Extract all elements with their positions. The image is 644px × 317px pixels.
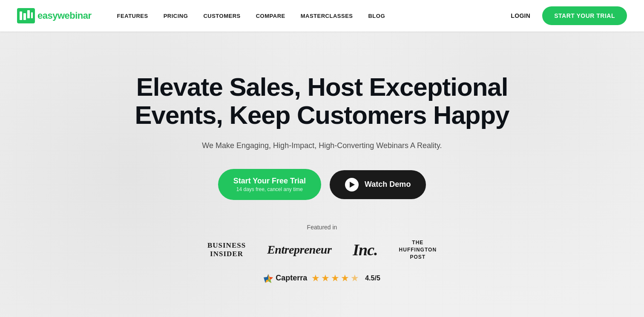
logo-icon — [17, 8, 35, 23]
entrepreneur-logo: Entrepreneur — [267, 243, 331, 257]
nav-item-masterclasses[interactable]: MASTERCLASSES — [301, 13, 353, 19]
star-4: ★ — [341, 273, 349, 284]
star-3: ★ — [331, 273, 339, 284]
star-2: ★ — [321, 273, 330, 284]
nav-links: FEATURES PRICING CUSTOMERS COMPARE MASTE… — [117, 13, 511, 19]
hero-subtitle: We Make Engaging, High-Impact, High-Conv… — [130, 141, 514, 150]
featured-logos: BUSINESSINSIDER Entrepreneur Inc. THEHUF… — [130, 239, 514, 260]
inc-logo: Inc. — [353, 240, 377, 259]
hero-section: Elevate Sales, Host Exceptional Events, … — [0, 31, 644, 317]
logo-link[interactable]: easywebinar — [17, 8, 92, 23]
trial-button-main-label: Start Your Free Trial — [233, 177, 306, 186]
login-link[interactable]: LOGIN — [511, 12, 530, 19]
nav-right: LOGIN START YOUR TRIAL — [511, 6, 627, 25]
svg-marker-8 — [268, 280, 271, 283]
start-trial-button[interactable]: START YOUR TRIAL — [542, 6, 627, 25]
nav-item-blog[interactable]: BLOG — [368, 13, 385, 19]
capterra-logo: Capterra — [264, 274, 307, 283]
capterra-rating: Capterra ★ ★ ★ ★ ★ 4.5/5 — [130, 273, 514, 284]
star-5-half: ★ — [351, 273, 359, 284]
watch-demo-button[interactable]: Watch Demo — [330, 170, 426, 199]
trial-button-sub-label: 14 days free, cancel any time — [236, 186, 303, 192]
capterra-flag-icon — [264, 274, 273, 283]
hero-title: Elevate Sales, Host Exceptional Events, … — [130, 73, 514, 129]
nav-item-compare[interactable]: COMPARE — [256, 13, 285, 19]
business-insider-logo: BUSINESSINSIDER — [207, 241, 246, 259]
rating-value: 4.5/5 — [365, 274, 380, 282]
logo-text: easywebinar — [37, 10, 92, 21]
watch-demo-label: Watch Demo — [365, 180, 411, 189]
free-trial-button[interactable]: Start Your Free Trial 14 days free, canc… — [218, 169, 321, 200]
capterra-name: Capterra — [276, 274, 307, 283]
play-icon — [345, 178, 359, 191]
huffington-post-logo: THEHUFFINGTONPOST — [399, 239, 437, 260]
svg-rect-1 — [20, 11, 22, 20]
star-1: ★ — [311, 273, 320, 284]
star-rating: ★ ★ ★ ★ ★ — [311, 273, 359, 284]
svg-rect-3 — [27, 10, 30, 18]
svg-rect-2 — [23, 13, 26, 20]
hero-content: Elevate Sales, Host Exceptional Events, … — [130, 73, 514, 283]
nav-item-pricing[interactable]: PRICING — [164, 13, 188, 19]
featured-label: Featured in — [130, 224, 514, 231]
nav-item-customers[interactable]: CUSTOMERS — [203, 13, 240, 19]
featured-section: Featured in BUSINESSINSIDER Entrepreneur… — [130, 224, 514, 283]
navbar: easywebinar FEATURES PRICING CUSTOMERS C… — [0, 0, 644, 31]
nav-item-features[interactable]: FEATURES — [117, 13, 148, 19]
hero-buttons: Start Your Free Trial 14 days free, canc… — [130, 169, 514, 200]
play-triangle — [350, 182, 355, 188]
svg-rect-4 — [31, 12, 33, 18]
